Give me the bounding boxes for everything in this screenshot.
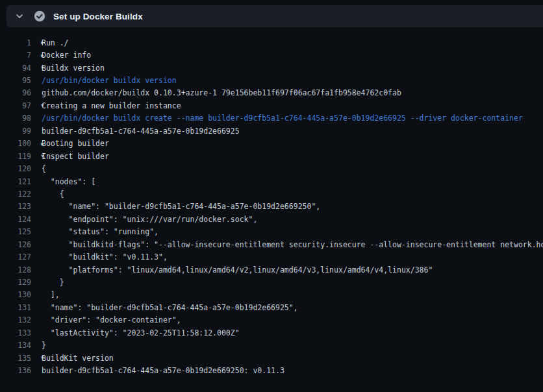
log-line-row: 133 "lastActivity": "2023-02-25T11:58:12… bbox=[0, 326, 543, 339]
log-group-row[interactable]: 135 ▼ BuildKit version bbox=[0, 352, 543, 364]
triangle-collapsed-icon: ▶ bbox=[31, 141, 42, 147]
line-number[interactable]: 135 bbox=[0, 354, 31, 363]
log-text: Docker info bbox=[42, 51, 91, 60]
log-text: Inspect builder bbox=[42, 152, 109, 161]
log-text: "endpoint": "unix:///var/run/docker.sock… bbox=[42, 215, 257, 224]
log-text: "name": "builder-d9cfb5a1-c764-445a-a57e… bbox=[42, 202, 320, 211]
line-number[interactable]: 97 bbox=[0, 101, 31, 110]
step-header-set-up-docker-buildx[interactable]: Set up Docker Buildx bbox=[6, 5, 543, 27]
log-text: BuildKit version bbox=[42, 354, 114, 363]
log-text: "buildkitd-flags": "--allow-insecure-ent… bbox=[42, 240, 543, 249]
line-number[interactable]: 133 bbox=[0, 328, 31, 337]
log-text: "driver": "docker-container", bbox=[42, 315, 181, 325]
line-number[interactable]: 98 bbox=[0, 114, 31, 123]
log-text: Booting builder bbox=[42, 139, 109, 148]
actions-log-page: Set up Docker Buildx 1 ▶ Run ./ 7 ▶ Dock… bbox=[0, 0, 543, 392]
step-title: Set up Docker Buildx bbox=[53, 12, 143, 21]
line-number[interactable]: 127 bbox=[0, 252, 31, 262]
log-group-row[interactable]: 97 ▼ Creating a new builder instance bbox=[0, 99, 543, 112]
log-line-row: 121 "nodes": [ bbox=[0, 175, 543, 188]
chevron-down-icon[interactable] bbox=[14, 11, 25, 21]
log-line-row: 130 ], bbox=[0, 289, 543, 301]
log-line-row: 123 "name": "builder-d9cfb5a1-c764-445a-… bbox=[0, 201, 543, 213]
line-number[interactable]: 131 bbox=[0, 303, 31, 312]
log-text: builder-d9cfb5a1-c764-445a-a57e-0b19d2e6… bbox=[42, 127, 240, 136]
log-text: "lastActivity": "2023-02-25T11:58:12.000… bbox=[42, 328, 240, 337]
line-number[interactable]: 99 bbox=[0, 127, 31, 136]
line-number[interactable]: 95 bbox=[0, 76, 31, 85]
log-group-row[interactable]: 7 ▶ Docker info bbox=[0, 49, 543, 61]
log-text: github.com/docker/buildx 0.10.3+azure-1 … bbox=[42, 88, 401, 97]
line-number[interactable]: 96 bbox=[0, 88, 31, 97]
triangle-expanded-icon: ▼ bbox=[31, 103, 42, 108]
line-number[interactable]: 125 bbox=[0, 227, 31, 236]
line-number[interactable]: 129 bbox=[0, 278, 31, 287]
log-line-row: 96 github.com/docker/buildx 0.10.3+azure… bbox=[0, 87, 543, 99]
log-text: { bbox=[42, 190, 64, 199]
log-text: "platforms": "linux/amd64,linux/amd64/v2… bbox=[42, 265, 433, 275]
log-line-row: 136 builder-d9cfb5a1-c764-445a-a57e-0b19… bbox=[0, 364, 543, 376]
log-text: } bbox=[42, 278, 64, 287]
log-line-row: 129 } bbox=[0, 276, 543, 288]
log-group-row[interactable]: 94 ▼ Buildx version bbox=[0, 62, 543, 74]
log-line-row: 120 { bbox=[0, 162, 543, 175]
line-number[interactable]: 120 bbox=[0, 164, 31, 173]
log-text: Buildx version bbox=[42, 64, 105, 73]
line-number[interactable]: 119 bbox=[0, 152, 31, 161]
line-number[interactable]: 124 bbox=[0, 215, 31, 224]
log-text: "name": "builder-d9cfb5a1-c764-445a-a57e… bbox=[42, 303, 298, 312]
triangle-collapsed-icon: ▶ bbox=[31, 53, 42, 58]
log-line-row: 128 "platforms": "linux/amd64,linux/amd6… bbox=[0, 263, 543, 276]
log-text: { bbox=[42, 164, 46, 173]
line-number[interactable]: 123 bbox=[0, 202, 31, 211]
log-text: /usr/bin/docker buildx create --name bui… bbox=[42, 114, 523, 123]
line-number[interactable]: 128 bbox=[0, 265, 31, 275]
log-line-row: 95 /usr/bin/docker buildx version bbox=[0, 74, 543, 86]
log-line-row: 98 /usr/bin/docker buildx create --name … bbox=[0, 112, 543, 125]
log-lines: 1 ▶ Run ./ 7 ▶ Docker info 94 ▼ Buildx v… bbox=[0, 27, 543, 377]
log-text: "status": "running", bbox=[42, 227, 158, 236]
line-number[interactable]: 126 bbox=[0, 240, 31, 249]
triangle-collapsed-icon: ▶ bbox=[31, 40, 42, 45]
log-line-row: 125 "status": "running", bbox=[0, 226, 543, 238]
log-text: ], bbox=[42, 290, 60, 299]
log-text: /usr/bin/docker buildx version bbox=[42, 76, 177, 85]
line-number[interactable]: 121 bbox=[0, 177, 31, 186]
log-text: builder-d9cfb5a1-c764-445a-a57e-0b19d2e6… bbox=[42, 366, 284, 375]
line-number[interactable]: 1 bbox=[0, 38, 31, 47]
log-text: "nodes": [ bbox=[42, 177, 95, 186]
log-line-row: 132 "driver": "docker-container", bbox=[0, 314, 543, 326]
log-line-row: 126 "buildkitd-flags": "--allow-insecure… bbox=[0, 238, 543, 251]
log-line-row: 122 { bbox=[0, 188, 543, 200]
log-line-row: 99 builder-d9cfb5a1-c764-445a-a57e-0b19d… bbox=[0, 125, 543, 137]
triangle-expanded-icon: ▼ bbox=[31, 65, 42, 71]
log-group-row[interactable]: 1 ▶ Run ./ bbox=[0, 36, 543, 49]
log-line-row: 134 } bbox=[0, 339, 543, 352]
line-number[interactable]: 94 bbox=[0, 64, 31, 73]
line-number[interactable]: 122 bbox=[0, 190, 31, 199]
log-text: Run ./ bbox=[42, 38, 69, 47]
log-group-row[interactable]: 100 ▶ Booting builder bbox=[0, 138, 543, 150]
log-line-row: 131 "name": "builder-d9cfb5a1-c764-445a-… bbox=[0, 301, 543, 313]
line-number[interactable]: 7 bbox=[0, 51, 31, 60]
check-circle-icon bbox=[34, 10, 45, 22]
log-text: Creating a new builder instance bbox=[42, 101, 181, 110]
log-line-row: 124 "endpoint": "unix:///var/run/docker.… bbox=[0, 213, 543, 225]
line-number[interactable]: 134 bbox=[0, 341, 31, 350]
log-group-row[interactable]: 119 ▼ Inspect builder bbox=[0, 150, 543, 162]
log-line-row: 127 "buildkit": "v0.11.3", bbox=[0, 251, 543, 263]
line-number[interactable]: 130 bbox=[0, 290, 31, 299]
triangle-expanded-icon: ▼ bbox=[31, 153, 42, 159]
line-number[interactable]: 100 bbox=[0, 139, 31, 148]
log-text: } bbox=[42, 341, 46, 350]
triangle-expanded-icon: ▼ bbox=[31, 355, 42, 361]
line-number[interactable]: 132 bbox=[0, 315, 31, 325]
log-text: "buildkit": "v0.11.3", bbox=[42, 252, 168, 262]
line-number[interactable]: 136 bbox=[0, 366, 31, 375]
